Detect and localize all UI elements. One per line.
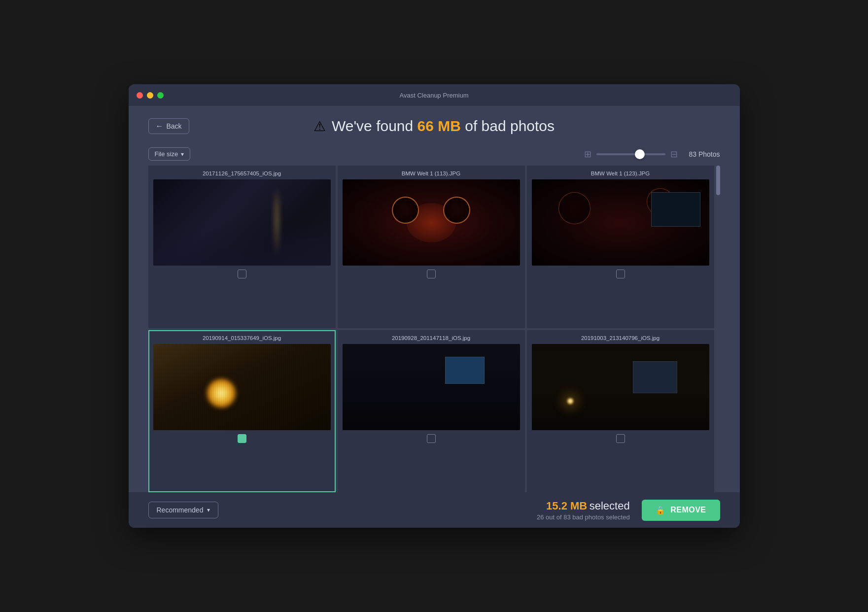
- scrollbar-thumb[interactable]: [716, 166, 720, 195]
- checkbox-container-6: [616, 434, 625, 443]
- chevron-down-icon-footer: ▾: [207, 507, 210, 513]
- photo-card-4[interactable]: 20190914_015337649_iOS.jpg: [148, 330, 336, 493]
- selected-label: selected: [590, 500, 630, 512]
- size-slider[interactable]: [596, 153, 665, 155]
- remove-label: REMOVE: [670, 506, 706, 514]
- screen-3: [651, 192, 700, 227]
- photo-filename-2: BMW Welt 1 (113).JPG: [343, 170, 520, 176]
- photo-filename-5: 20190928_201147118_iOS.jpg: [343, 335, 520, 341]
- selected-size: 15.2 MB: [546, 500, 587, 512]
- sort-label: File size: [155, 150, 178, 158]
- chevron-down-icon: ▾: [181, 151, 184, 158]
- checkbox-container-2: [427, 270, 436, 278]
- recommended-button[interactable]: Recommended ▾: [148, 502, 219, 518]
- photo-thumbnail-1: [153, 179, 331, 266]
- recommended-label: Recommended: [157, 506, 204, 514]
- checkbox-container-5: [427, 434, 436, 443]
- gauge-left-3: [558, 192, 590, 224]
- photo-thumbnail-2: [343, 179, 520, 266]
- gauge-left: [392, 197, 419, 224]
- photo-thumbnail-4: [153, 344, 331, 430]
- photo-checkbox-4[interactable]: [238, 434, 246, 443]
- grid-area: 20171126_175657405_iOS.jpg BMW Welt 1 (1…: [129, 166, 740, 492]
- selected-count: 26 out of 83 bad photos selected: [537, 513, 630, 521]
- header: ← Back ⚠ We've found 66 MB of bad photos: [129, 106, 740, 142]
- footer-right: 15.2 MB selected 26 out of 83 bad photos…: [537, 500, 720, 521]
- photo-checkbox-5[interactable]: [427, 434, 436, 443]
- photo-filename-1: 20171126_175657405_iOS.jpg: [153, 170, 331, 176]
- photo-checkbox-1[interactable]: [238, 270, 246, 278]
- lock-icon: 🔒: [656, 506, 666, 515]
- lamp-6: [567, 398, 573, 404]
- photo-card-2[interactable]: BMW Welt 1 (113).JPG: [338, 166, 525, 328]
- photo-checkbox-6[interactable]: [616, 434, 625, 443]
- headline: ⚠ We've found 66 MB of bad photos: [148, 118, 720, 135]
- large-grid-icon: ⊟: [670, 149, 678, 160]
- photo-filename-6: 20191003_213140796_iOS.jpg: [532, 335, 709, 341]
- checkbox-container-3: [616, 270, 625, 278]
- selected-info: 15.2 MB selected 26 out of 83 bad photos…: [537, 500, 630, 521]
- minimize-button[interactable]: [147, 92, 153, 99]
- photo-card-1[interactable]: 20171126_175657405_iOS.jpg: [148, 166, 336, 328]
- photo-thumbnail-5: [343, 344, 520, 430]
- screen-5: [445, 357, 485, 384]
- size-slider-container: [596, 153, 665, 155]
- sort-button[interactable]: File size ▾: [148, 147, 191, 161]
- photo-checkbox-3[interactable]: [616, 270, 625, 278]
- photo-thumbnail-3: [532, 179, 709, 266]
- photo-card-3[interactable]: BMW Welt 1 (123).JPG: [527, 166, 714, 328]
- photo-count: 83 Photos: [689, 150, 720, 158]
- back-button[interactable]: ← Back: [148, 118, 189, 134]
- headline-prefix: We've found: [332, 118, 417, 134]
- remove-button[interactable]: 🔒 REMOVE: [642, 500, 720, 521]
- selected-size-line: 15.2 MB selected: [537, 500, 630, 512]
- back-arrow-icon: ←: [156, 122, 164, 131]
- headline-size: 66 MB: [417, 118, 461, 134]
- photo-card-5[interactable]: 20190928_201147118_iOS.jpg: [338, 330, 525, 493]
- tv-6: [633, 361, 677, 393]
- gauge-right: [443, 197, 470, 224]
- window-title: Avast Cleanup Premium: [400, 92, 469, 99]
- headline-suffix: of bad photos: [461, 118, 555, 134]
- traffic-lights: [137, 92, 164, 99]
- small-grid-icon: ⊞: [584, 149, 591, 160]
- photo-card-6[interactable]: 20191003_213140796_iOS.jpg: [527, 330, 714, 493]
- app-window: Avast Cleanup Premium ← Back ⚠ We've fou…: [129, 84, 740, 528]
- headline-text: We've found 66 MB of bad photos: [332, 118, 555, 135]
- main-content: ← Back ⚠ We've found 66 MB of bad photos…: [129, 106, 740, 528]
- warning-icon: ⚠: [313, 118, 326, 135]
- close-button[interactable]: [137, 92, 143, 99]
- toolbar: File size ▾ ⊞ ⊟ 83 Photos: [129, 142, 740, 166]
- photo-checkbox-2[interactable]: [427, 270, 436, 278]
- photo-filename-4: 20190914_015337649_iOS.jpg: [153, 335, 331, 341]
- view-controls: ⊞ ⊟ 83 Photos: [584, 149, 720, 160]
- back-label: Back: [167, 122, 182, 130]
- scrollbar[interactable]: [716, 166, 720, 492]
- photo-thumbnail-6: [532, 344, 709, 430]
- photo-grid: 20171126_175657405_iOS.jpg BMW Welt 1 (1…: [148, 166, 714, 492]
- title-bar: Avast Cleanup Premium: [129, 84, 740, 106]
- checkbox-container-4: [238, 434, 246, 443]
- footer: Recommended ▾ 15.2 MB selected 26 out of…: [129, 492, 740, 528]
- maximize-button[interactable]: [157, 92, 164, 99]
- photo-filename-3: BMW Welt 1 (123).JPG: [532, 170, 709, 176]
- checkbox-container-1: [238, 270, 246, 278]
